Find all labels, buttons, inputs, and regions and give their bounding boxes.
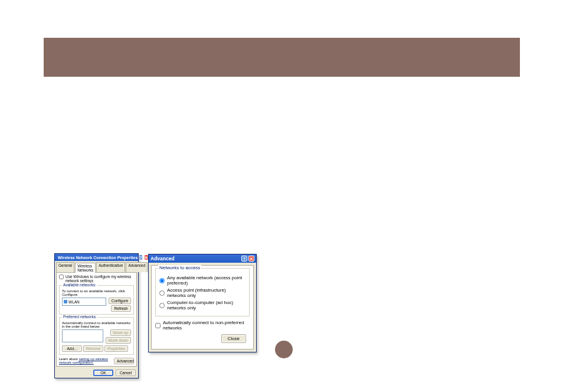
radio-any-row[interactable]: Any available network (access point pref… <box>159 275 246 286</box>
tab-wireless-networks[interactable]: Wireless Networks <box>75 263 96 273</box>
preferred-networks-desc: Automatically connect to available netwo… <box>62 321 131 328</box>
radio-adhoc-row[interactable]: Computer-to-computer (ad hoc) networks o… <box>159 300 246 311</box>
tab-advanced[interactable]: Advanced <box>126 262 148 272</box>
close-icon[interactable]: ✕ <box>248 256 254 262</box>
remove-button[interactable]: Remove <box>83 345 103 352</box>
close-button[interactable]: Close <box>221 334 246 343</box>
use-windows-label: Use Windows to configure my wireless net… <box>66 275 134 283</box>
radio-infrastructure-row[interactable]: Access point (infrastructure) networks o… <box>159 288 246 298</box>
preferred-networks-group: Preferred networks: Automatically connec… <box>59 317 134 355</box>
dialog-footer: Close <box>155 332 250 347</box>
networks-to-access-group: Networks to access Any available network… <box>155 268 250 316</box>
dialog-footer: OK Cancel <box>55 368 138 378</box>
tab-authentication[interactable]: Authentication <box>96 262 125 272</box>
available-networks-legend: Available networks: <box>62 283 97 287</box>
help-icon[interactable]: ? <box>139 254 142 260</box>
preferred-networks-legend: Preferred networks: <box>62 315 98 319</box>
window-title: Wireless Network Connection Properties <box>58 256 138 260</box>
available-networks-group: Available networks: To connect to an ava… <box>59 285 134 315</box>
titlebar[interactable]: Wireless Network Connection Properties ?… <box>55 254 138 261</box>
page-banner <box>44 38 520 77</box>
radio-adhoc[interactable] <box>159 303 165 308</box>
auto-connect-label: Automatically connect to non-preferred n… <box>163 320 250 331</box>
configure-button[interactable]: Configure <box>109 298 131 304</box>
advanced-dialog: Advanced ? ✕ Networks to access Any avai… <box>148 254 257 352</box>
available-network-item[interactable]: WLAN <box>68 300 80 304</box>
auto-connect-checkbox[interactable] <box>155 323 161 328</box>
radio-infrastructure[interactable] <box>159 290 165 296</box>
available-networks-desc: To connect to an available network, clic… <box>62 289 131 296</box>
radio-any-label: Any available network (access point pref… <box>167 275 246 286</box>
refresh-button[interactable]: Refresh <box>111 305 131 312</box>
networks-to-access-legend: Networks to access <box>158 265 201 270</box>
add-button[interactable]: Add... <box>62 345 82 352</box>
tab-strip: General Wireless Networks Authentication… <box>55 261 138 272</box>
titlebar[interactable]: Advanced ? ✕ <box>149 254 256 263</box>
move-down-button[interactable]: Move down <box>106 337 131 344</box>
tab-body: Use Windows to configure my wireless net… <box>56 272 137 367</box>
cancel-button[interactable]: Cancel <box>116 370 136 376</box>
radio-adhoc-label: Computer-to-computer (ad hoc) networks o… <box>167 300 246 311</box>
move-up-button[interactable]: Move up <box>110 329 131 336</box>
use-windows-checkbox[interactable] <box>59 275 64 279</box>
use-windows-checkbox-row[interactable]: Use Windows to configure my wireless net… <box>59 275 134 283</box>
ok-button[interactable]: OK <box>93 370 113 376</box>
advanced-button[interactable]: Advanced <box>114 358 134 364</box>
dialog-body: Networks to access Any available network… <box>151 265 254 349</box>
auto-connect-row[interactable]: Automatically connect to non-preferred n… <box>155 320 250 331</box>
decorative-circle <box>275 341 293 358</box>
help-icon[interactable]: ? <box>241 256 247 262</box>
tab-general[interactable]: General <box>56 262 74 272</box>
properties-button[interactable]: Properties <box>104 345 128 352</box>
learn-row: Learn about setting up wireless network … <box>59 357 134 364</box>
preferred-networks-list[interactable] <box>62 329 103 342</box>
radio-any[interactable] <box>159 278 165 283</box>
available-networks-list[interactable]: WLAN <box>62 298 106 306</box>
window-title: Advanced <box>150 256 175 262</box>
radio-infrastructure-label: Access point (infrastructure) networks o… <box>167 288 246 298</box>
wireless-properties-dialog: Wireless Network Connection Properties ?… <box>54 253 139 378</box>
network-icon <box>64 300 67 303</box>
